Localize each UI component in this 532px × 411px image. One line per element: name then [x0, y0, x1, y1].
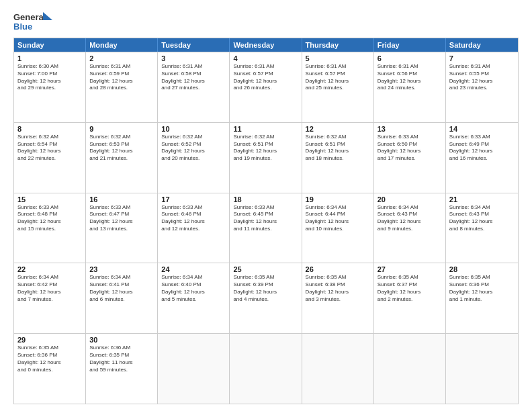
day-info: Sunrise: 6:34 AM Sunset: 6:44 PM Dayligh… — [306, 204, 370, 233]
day-number: 29 — [17, 336, 82, 344]
day-info: Sunrise: 6:33 AM Sunset: 6:48 PM Dayligh… — [17, 204, 82, 233]
day-number: 28 — [449, 265, 515, 273]
day-number: 8 — [17, 125, 82, 133]
day-number: 20 — [378, 195, 442, 203]
calendar-empty-4-2 — [158, 334, 230, 404]
calendar-day-2: 2Sunrise: 6:31 AM Sunset: 6:59 PM Daylig… — [86, 52, 158, 122]
day-number: 21 — [449, 195, 515, 203]
day-number: 2 — [89, 54, 154, 62]
calendar-day-3: 3Sunrise: 6:31 AM Sunset: 6:58 PM Daylig… — [158, 52, 230, 122]
day-info: Sunrise: 6:32 AM Sunset: 6:51 PM Dayligh… — [233, 134, 298, 163]
calendar-day-27: 27Sunrise: 6:35 AM Sunset: 6:37 PM Dayli… — [374, 263, 446, 333]
calendar-day-1: 1Sunrise: 6:30 AM Sunset: 7:00 PM Daylig… — [14, 52, 86, 122]
calendar-body: 1Sunrise: 6:30 AM Sunset: 7:00 PM Daylig… — [14, 52, 518, 404]
day-info: Sunrise: 6:32 AM Sunset: 6:54 PM Dayligh… — [17, 134, 82, 163]
day-info: Sunrise: 6:31 AM Sunset: 6:59 PM Dayligh… — [89, 63, 154, 92]
day-number: 22 — [17, 265, 82, 273]
day-number: 15 — [17, 195, 82, 203]
calendar-day-20: 20Sunrise: 6:34 AM Sunset: 6:43 PM Dayli… — [374, 193, 446, 263]
calendar-day-22: 22Sunrise: 6:34 AM Sunset: 6:42 PM Dayli… — [14, 263, 86, 333]
day-info: Sunrise: 6:35 AM Sunset: 6:39 PM Dayligh… — [233, 274, 298, 303]
calendar-week-5: 29Sunrise: 6:35 AM Sunset: 6:36 PM Dayli… — [14, 333, 518, 404]
calendar-day-5: 5Sunrise: 6:31 AM Sunset: 6:57 PM Daylig… — [302, 52, 374, 122]
day-info: Sunrise: 6:33 AM Sunset: 6:45 PM Dayligh… — [233, 204, 298, 233]
calendar-day-11: 11Sunrise: 6:32 AM Sunset: 6:51 PM Dayli… — [230, 123, 302, 193]
calendar-day-21: 21Sunrise: 6:34 AM Sunset: 6:43 PM Dayli… — [446, 193, 518, 263]
day-number: 6 — [378, 54, 442, 62]
calendar-day-24: 24Sunrise: 6:34 AM Sunset: 6:40 PM Dayli… — [158, 263, 230, 333]
day-info: Sunrise: 6:32 AM Sunset: 6:53 PM Dayligh… — [89, 134, 154, 163]
day-number: 27 — [378, 265, 442, 273]
day-info: Sunrise: 6:34 AM Sunset: 6:43 PM Dayligh… — [378, 204, 442, 233]
header-day-tuesday: Tuesday — [158, 38, 230, 52]
day-number: 9 — [89, 125, 154, 133]
day-info: Sunrise: 6:34 AM Sunset: 6:42 PM Dayligh… — [17, 274, 82, 303]
day-number: 17 — [161, 195, 226, 203]
calendar-week-4: 22Sunrise: 6:34 AM Sunset: 6:42 PM Dayli… — [14, 263, 518, 333]
calendar-day-28: 28Sunrise: 6:35 AM Sunset: 6:36 PM Dayli… — [446, 263, 518, 333]
calendar-day-16: 16Sunrise: 6:33 AM Sunset: 6:47 PM Dayli… — [86, 193, 158, 263]
page: GeneralBlue SundayMondayTuesdayWednesday… — [0, 0, 532, 411]
day-number: 13 — [378, 125, 442, 133]
calendar-empty-4-5 — [374, 334, 446, 404]
calendar-week-3: 15Sunrise: 6:33 AM Sunset: 6:48 PM Dayli… — [14, 193, 518, 263]
day-number: 1 — [17, 54, 82, 62]
calendar-day-15: 15Sunrise: 6:33 AM Sunset: 6:48 PM Dayli… — [14, 193, 86, 263]
day-number: 12 — [306, 125, 370, 133]
header-day-saturday: Saturday — [446, 38, 518, 52]
calendar-day-26: 26Sunrise: 6:35 AM Sunset: 6:38 PM Dayli… — [302, 263, 374, 333]
svg-text:Blue: Blue — [13, 21, 32, 32]
header-day-thursday: Thursday — [302, 38, 374, 52]
logo: GeneralBlue — [13, 11, 54, 32]
calendar-day-17: 17Sunrise: 6:33 AM Sunset: 6:46 PM Dayli… — [158, 193, 230, 263]
header-day-friday: Friday — [374, 38, 446, 52]
day-info: Sunrise: 6:35 AM Sunset: 6:38 PM Dayligh… — [306, 274, 370, 303]
calendar-day-29: 29Sunrise: 6:35 AM Sunset: 6:36 PM Dayli… — [14, 334, 86, 404]
calendar-empty-4-3 — [230, 334, 302, 404]
calendar-week-1: 1Sunrise: 6:30 AM Sunset: 7:00 PM Daylig… — [14, 52, 518, 122]
day-info: Sunrise: 6:33 AM Sunset: 6:49 PM Dayligh… — [449, 134, 515, 163]
day-number: 14 — [449, 125, 515, 133]
day-info: Sunrise: 6:35 AM Sunset: 6:36 PM Dayligh… — [17, 345, 82, 373]
calendar: SundayMondayTuesdayWednesdayThursdayFrid… — [13, 38, 519, 404]
calendar-day-23: 23Sunrise: 6:34 AM Sunset: 6:41 PM Dayli… — [86, 263, 158, 333]
day-info: Sunrise: 6:31 AM Sunset: 6:55 PM Dayligh… — [449, 63, 515, 92]
day-info: Sunrise: 6:35 AM Sunset: 6:36 PM Dayligh… — [449, 274, 515, 303]
day-number: 30 — [89, 336, 154, 344]
day-number: 11 — [233, 125, 298, 133]
day-number: 10 — [161, 125, 226, 133]
calendar-day-14: 14Sunrise: 6:33 AM Sunset: 6:49 PM Dayli… — [446, 123, 518, 193]
day-number: 18 — [233, 195, 298, 203]
day-info: Sunrise: 6:32 AM Sunset: 6:51 PM Dayligh… — [306, 134, 370, 163]
day-number: 24 — [161, 265, 226, 273]
day-number: 23 — [89, 265, 154, 273]
day-info: Sunrise: 6:31 AM Sunset: 6:57 PM Dayligh… — [306, 63, 370, 92]
day-info: Sunrise: 6:34 AM Sunset: 6:41 PM Dayligh… — [89, 274, 154, 303]
day-info: Sunrise: 6:32 AM Sunset: 6:52 PM Dayligh… — [161, 134, 226, 163]
calendar-day-19: 19Sunrise: 6:34 AM Sunset: 6:44 PM Dayli… — [302, 193, 374, 263]
day-number: 4 — [233, 54, 298, 62]
day-number: 19 — [306, 195, 370, 203]
header-day-monday: Monday — [86, 38, 158, 52]
day-info: Sunrise: 6:30 AM Sunset: 7:00 PM Dayligh… — [17, 63, 82, 92]
calendar-day-7: 7Sunrise: 6:31 AM Sunset: 6:55 PM Daylig… — [446, 52, 518, 122]
day-info: Sunrise: 6:35 AM Sunset: 6:37 PM Dayligh… — [378, 274, 442, 303]
calendar-day-8: 8Sunrise: 6:32 AM Sunset: 6:54 PM Daylig… — [14, 123, 86, 193]
calendar-empty-4-6 — [446, 334, 518, 404]
calendar-day-18: 18Sunrise: 6:33 AM Sunset: 6:45 PM Dayli… — [230, 193, 302, 263]
day-info: Sunrise: 6:33 AM Sunset: 6:47 PM Dayligh… — [89, 204, 154, 233]
day-info: Sunrise: 6:34 AM Sunset: 6:40 PM Dayligh… — [161, 274, 226, 303]
day-info: Sunrise: 6:31 AM Sunset: 6:56 PM Dayligh… — [378, 63, 442, 92]
logo-svg: GeneralBlue — [13, 11, 54, 32]
day-number: 5 — [306, 54, 370, 62]
day-number: 25 — [233, 265, 298, 273]
header-day-sunday: Sunday — [14, 38, 86, 52]
day-info: Sunrise: 6:33 AM Sunset: 6:46 PM Dayligh… — [161, 204, 226, 233]
svg-text:General: General — [13, 12, 46, 22]
day-number: 16 — [89, 195, 154, 203]
calendar-day-10: 10Sunrise: 6:32 AM Sunset: 6:52 PM Dayli… — [158, 123, 230, 193]
day-number: 3 — [161, 54, 226, 62]
day-number: 26 — [306, 265, 370, 273]
calendar-week-2: 8Sunrise: 6:32 AM Sunset: 6:54 PM Daylig… — [14, 122, 518, 193]
day-info: Sunrise: 6:36 AM Sunset: 6:35 PM Dayligh… — [89, 345, 154, 373]
